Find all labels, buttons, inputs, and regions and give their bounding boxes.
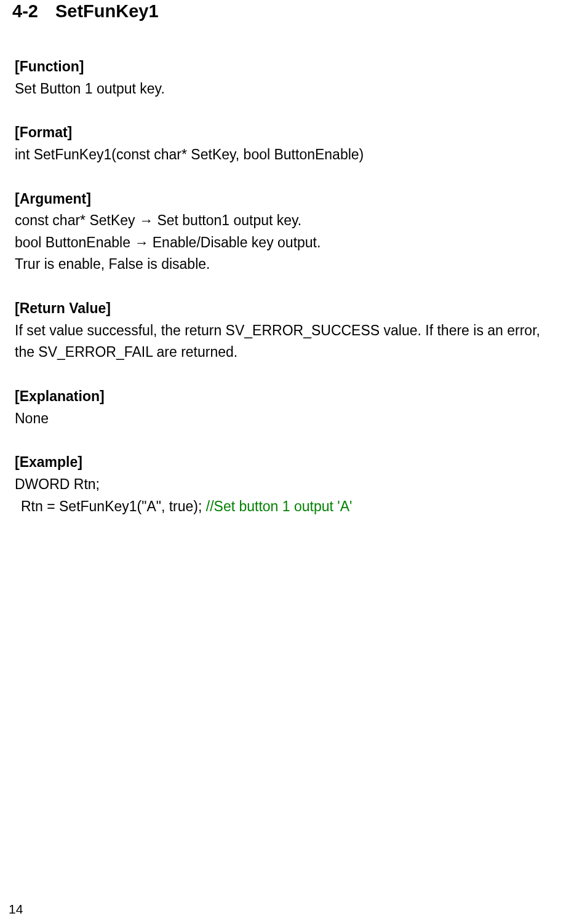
return-value-text: If set value successful, the return SV_E… (15, 320, 554, 364)
example-code: Rtn = SetFunKey1("A", true); (21, 498, 206, 514)
argument-line-3: Trur is enable, False is disable. (15, 253, 554, 276)
argument-heading: [Argument] (15, 188, 554, 210)
return-value-heading: [Return Value] (15, 298, 554, 320)
section-title: 4-2 SetFunKey1 (12, 0, 554, 22)
format-block: [Format] int SetFunKey1(const char* SetK… (15, 122, 554, 165)
format-text: int SetFunKey1(const char* SetKey, bool … (15, 144, 554, 166)
argument-line-2: bool ButtonEnable → Enable/Disable key o… (15, 232, 554, 254)
return-value-block: [Return Value] If set value successful, … (15, 298, 554, 364)
example-block: [Example] DWORD Rtn; Rtn = SetFunKey1("A… (15, 452, 554, 517)
example-heading: [Example] (15, 452, 554, 474)
argument-block: [Argument] const char* SetKey → Set butt… (15, 188, 554, 276)
example-line-1: DWORD Rtn; (15, 474, 554, 496)
example-line-2: Rtn = SetFunKey1("A", true); //Set butto… (15, 496, 554, 518)
format-heading: [Format] (15, 122, 554, 144)
page-number: 14 (9, 902, 23, 917)
document-content: [Function] Set Button 1 output key. [For… (12, 56, 554, 517)
section-number: 4-2 (12, 1, 38, 22)
function-block: [Function] Set Button 1 output key. (15, 56, 554, 100)
example-comment: //Set button 1 output 'A' (206, 498, 353, 514)
explanation-heading: [Explanation] (15, 386, 554, 408)
argument-line-1: const char* SetKey → Set button1 output … (15, 210, 554, 232)
section-name: SetFunKey1 (55, 1, 159, 22)
function-heading: [Function] (15, 56, 554, 78)
explanation-block: [Explanation] None (15, 386, 554, 429)
function-text: Set Button 1 output key. (15, 78, 554, 100)
explanation-text: None (15, 408, 554, 430)
